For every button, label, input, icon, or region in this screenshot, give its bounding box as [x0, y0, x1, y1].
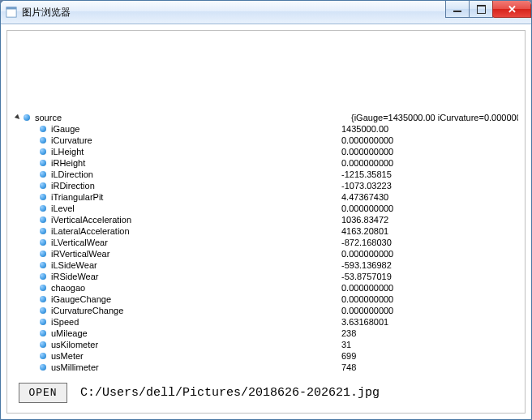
- tree-row[interactable]: usKilometer31: [14, 339, 518, 350]
- close-button[interactable]: ✕: [492, 1, 531, 18]
- tree-row[interactable]: uMileage238: [14, 328, 518, 339]
- node-icon: [40, 126, 46, 132]
- tree-value: 4.47367430: [341, 191, 388, 203]
- node-icon: [40, 273, 46, 280]
- minimize-button[interactable]: [445, 1, 470, 18]
- node-icon: [40, 353, 46, 359]
- tree-row[interactable]: iLVerticalWear-872.168030: [14, 237, 518, 248]
- tree-value: -1215.35815: [341, 169, 392, 180]
- tree-row[interactable]: iRSideWear-53.8757019: [14, 271, 518, 282]
- tree-key: iRVerticalWear: [51, 248, 341, 259]
- tree-value: 0.000000000: [341, 248, 393, 259]
- tree-value: 238: [341, 328, 356, 339]
- tree-key: usKilometer: [51, 339, 341, 350]
- node-icon: [40, 307, 46, 314]
- node-icon: [40, 251, 46, 257]
- tree-key: iLDirection: [51, 169, 341, 180]
- app-window: 图片浏览器 ✕ source {iGauge=1435000.00 iCurva…: [0, 0, 532, 420]
- node-icon: [24, 114, 30, 121]
- tree-root-key: source: [35, 112, 351, 123]
- tree-row[interactable]: iLDirection-1215.35815: [14, 169, 518, 180]
- tree-value: 3.63168001: [341, 316, 388, 328]
- node-icon: [40, 364, 46, 371]
- node-icon: [40, 160, 46, 166]
- tree-key: iLHeight: [51, 146, 341, 157]
- property-tree[interactable]: source {iGauge=1435000.00 iCurvature=0.0…: [14, 112, 518, 371]
- tree-row[interactable]: usMeter699: [14, 350, 518, 362]
- tree-value: 1036.83472: [341, 214, 388, 225]
- tree-value: 0.000000000: [341, 135, 393, 146]
- tree-value: 699: [341, 350, 356, 362]
- bottom-bar: OPEN C:/Users/dell/Pictures/2018626-2026…: [14, 379, 518, 406]
- node-icon: [40, 239, 46, 246]
- node-icon: [40, 171, 46, 178]
- tree-key: chaogao: [51, 282, 341, 294]
- tree-value: 748: [341, 362, 356, 371]
- tree-value: 0.000000000: [341, 294, 393, 305]
- tree-row[interactable]: chaogao0.000000000: [14, 282, 518, 294]
- tree-key: usMeter: [51, 350, 341, 362]
- tree-value: -872.168030: [341, 237, 392, 248]
- tree-row[interactable]: iCurvatureChange0.000000000: [14, 305, 518, 316]
- svg-rect-1: [6, 7, 16, 10]
- open-button[interactable]: OPEN: [19, 383, 67, 403]
- tree-row[interactable]: usMillimeter748: [14, 362, 518, 371]
- window-buttons: ✕: [446, 1, 531, 17]
- tree-value: -593.136982: [341, 259, 392, 271]
- tree-value: 0.000000000: [341, 305, 393, 316]
- close-icon: ✕: [508, 4, 517, 15]
- tree-value: 0.000000000: [341, 157, 393, 169]
- tree-root-row[interactable]: source {iGauge=1435000.00 iCurvature=0.0…: [14, 112, 518, 123]
- tree-row[interactable]: iLHeight0.000000000: [14, 146, 518, 157]
- maximize-button[interactable]: [469, 1, 493, 18]
- node-icon: [40, 194, 46, 200]
- node-icon: [40, 216, 46, 223]
- tree-key: iGauge: [51, 123, 341, 135]
- node-icon: [40, 319, 46, 325]
- tree-row[interactable]: iSpeed3.63168001: [14, 316, 518, 328]
- tree-key: iRHeight: [51, 157, 341, 169]
- tree-row[interactable]: iLevel0.000000000: [14, 203, 518, 214]
- tree-value: 0.000000000: [341, 203, 393, 214]
- file-path-label: C:/Users/dell/Pictures/2018626-202621.jp…: [80, 386, 380, 400]
- tree-key: iRSideWear: [51, 271, 341, 282]
- tree-row[interactable]: iGaugeChange0.000000000: [14, 294, 518, 305]
- tree-key: iCurvatureChange: [51, 305, 341, 316]
- node-icon: [40, 330, 46, 336]
- tree-value: -1073.03223: [341, 180, 392, 191]
- tree-row[interactable]: iLSideWear-593.136982: [14, 259, 518, 271]
- tree-value: -53.8757019: [341, 271, 392, 282]
- node-icon: [40, 205, 46, 212]
- tree-key: iLevel: [51, 203, 341, 214]
- tree-value: 0.000000000: [341, 146, 393, 157]
- node-icon: [40, 182, 46, 189]
- node-icon: [40, 262, 46, 268]
- tree-key: usMillimeter: [51, 362, 341, 371]
- node-icon: [40, 148, 46, 155]
- tree-key: iGaugeChange: [51, 294, 341, 305]
- tree-key: uMileage: [51, 328, 341, 339]
- tree-row[interactable]: iGauge1435000.00: [14, 123, 518, 135]
- tree-row[interactable]: iTriangularPit4.47367430: [14, 191, 518, 203]
- tree-key: iCurvature: [51, 135, 341, 146]
- tree-key: iSpeed: [51, 316, 341, 328]
- svg-marker-2: [15, 114, 21, 121]
- tree-row[interactable]: iLateralAcceleration4163.20801: [14, 225, 518, 237]
- tree-row[interactable]: iRHeight0.000000000: [14, 157, 518, 169]
- tree-value: 31: [341, 339, 351, 350]
- tree-row[interactable]: iRVerticalWear0.000000000: [14, 248, 518, 259]
- tree-root-summary: {iGauge=1435000.00 iCurvature=0.00000000…: [351, 112, 518, 123]
- window-title: 图片浏览器: [22, 6, 71, 19]
- tree-row[interactable]: iCurvature0.000000000: [14, 135, 518, 146]
- tree-key: iLateralAcceleration: [51, 225, 341, 237]
- tree-row[interactable]: iVerticalAcceleration1036.83472: [14, 214, 518, 225]
- collapse-icon[interactable]: [14, 114, 22, 122]
- tree-key: iLSideWear: [51, 259, 341, 271]
- tree-key: iTriangularPit: [51, 191, 341, 203]
- app-icon: [6, 6, 17, 18]
- title-bar[interactable]: 图片浏览器 ✕: [1, 1, 531, 24]
- tree-value: 0.000000000: [341, 282, 393, 294]
- node-icon: [40, 285, 46, 291]
- tree-row[interactable]: iRDirection-1073.03223: [14, 180, 518, 191]
- node-icon: [40, 137, 46, 144]
